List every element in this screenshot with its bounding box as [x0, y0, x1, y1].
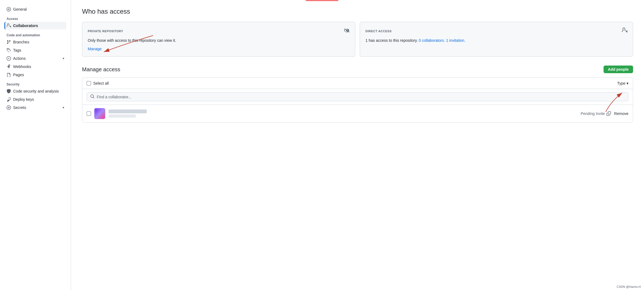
type-dropdown[interactable]: Type ▾: [617, 81, 628, 85]
gear-icon: [7, 7, 11, 11]
sidebar-actions-label: Actions: [13, 56, 26, 61]
sidebar-item-code-security[interactable]: Code security and analysis: [4, 87, 66, 95]
direct-access-text: 1 has access to this repository. 0 colla…: [365, 38, 627, 43]
person-add-icon: [7, 23, 11, 28]
collaborator-row: Pending Invite Remove: [82, 105, 633, 122]
add-people-button[interactable]: Add people: [604, 66, 633, 73]
sidebar-item-general[interactable]: General: [4, 5, 66, 13]
private-repo-text: Only those with access to this repositor…: [88, 38, 350, 43]
search-wrapper: [87, 92, 628, 101]
manage-access-box: Select all Type ▾: [82, 78, 633, 123]
tag-icon: [7, 48, 11, 52]
sidebar-item-pages[interactable]: Pages: [4, 71, 66, 79]
pending-invite-status: Pending Invite: [581, 111, 611, 116]
webhook-icon: [7, 64, 11, 69]
sidebar-section-access: Access: [4, 14, 66, 22]
sidebar-collaborators-label: Collaborators: [13, 23, 38, 28]
watermark: CSDN @Hamis-H: [617, 285, 641, 288]
sidebar-tags-label: Tags: [13, 48, 21, 52]
main-content: Who has access PRIVATE REPOSITORY Only t…: [71, 0, 644, 290]
search-icon: [90, 94, 95, 99]
sidebar-item-branches[interactable]: Branches: [4, 38, 66, 46]
sidebar-pages-label: Pages: [13, 73, 24, 77]
private-repo-card: PRIVATE REPOSITORY Only those with acces…: [82, 22, 355, 57]
collaborator-name-blurred: [109, 110, 147, 113]
sidebar-general-label: General: [13, 7, 27, 11]
actions-chevron-icon: ▾: [63, 57, 64, 60]
eye-off-icon: [344, 28, 350, 34]
direct-access-card: DIRECT ACCESS 1 has access to this repos…: [360, 22, 633, 57]
shield-icon: [7, 89, 11, 93]
pages-icon: [7, 73, 11, 77]
avatar: [94, 108, 105, 119]
key-icon: [7, 97, 11, 102]
select-all-checkbox[interactable]: [87, 81, 91, 85]
collaborators-count-link[interactable]: 0 collaborators.: [419, 38, 445, 43]
sidebar-item-actions[interactable]: Actions ▾: [4, 55, 66, 62]
page-title: Who has access: [82, 8, 633, 15]
select-all-label: Select all: [93, 81, 109, 85]
sidebar-item-secrets[interactable]: Secrets ▾: [4, 104, 66, 111]
sidebar-item-collaborators[interactable]: Collaborators: [4, 22, 66, 29]
secrets-chevron-icon: ▾: [63, 106, 64, 110]
sidebar-secrets-label: Secrets: [13, 105, 26, 110]
remove-button[interactable]: Remove: [614, 111, 628, 116]
svg-rect-2: [96, 110, 104, 118]
collaborator-info: [109, 110, 577, 118]
manage-link[interactable]: Manage: [88, 47, 102, 51]
sidebar-deploy-keys-label: Deploy keys: [13, 97, 34, 102]
type-chevron-icon: ▾: [627, 81, 628, 85]
sidebar-item-webhooks[interactable]: Webhooks: [4, 63, 66, 70]
sidebar-section-code: Code and automation: [4, 30, 66, 38]
type-label: Type: [617, 81, 625, 85]
sidebar-section-security: Security: [4, 79, 66, 87]
sidebar-code-security-label: Code security and analysis: [13, 89, 59, 93]
collaborator-search-input[interactable]: [97, 95, 625, 99]
sidebar-item-tags[interactable]: Tags: [4, 46, 66, 54]
sidebar: General Access Collaborators Code and au…: [0, 0, 71, 290]
copy-icon: [607, 111, 611, 116]
manage-access-title: Manage access: [82, 66, 120, 73]
person-add-icon2: [622, 28, 627, 34]
pending-invite-label: Pending Invite: [581, 111, 605, 116]
manage-access-header: Manage access Add people: [82, 66, 633, 73]
play-circle-icon: [7, 56, 11, 61]
access-cards-row: PRIVATE REPOSITORY Only those with acces…: [82, 22, 633, 57]
invitation-link[interactable]: 1 invitation.: [446, 38, 466, 43]
collaborator-sub-blurred: [109, 114, 136, 118]
collaborator-checkbox[interactable]: [87, 111, 91, 116]
git-branch-icon: [7, 40, 11, 44]
sidebar-branches-label: Branches: [13, 40, 29, 44]
asterisk-icon: [7, 105, 11, 110]
select-all-left: Select all: [87, 81, 109, 85]
private-repo-label: PRIVATE REPOSITORY: [88, 28, 350, 34]
sidebar-item-deploy-keys[interactable]: Deploy keys: [4, 96, 66, 103]
search-row: [82, 89, 633, 105]
select-all-row: Select all Type ▾: [82, 78, 633, 89]
direct-access-label: DIRECT ACCESS: [365, 28, 627, 34]
sidebar-webhooks-label: Webhooks: [13, 64, 31, 69]
